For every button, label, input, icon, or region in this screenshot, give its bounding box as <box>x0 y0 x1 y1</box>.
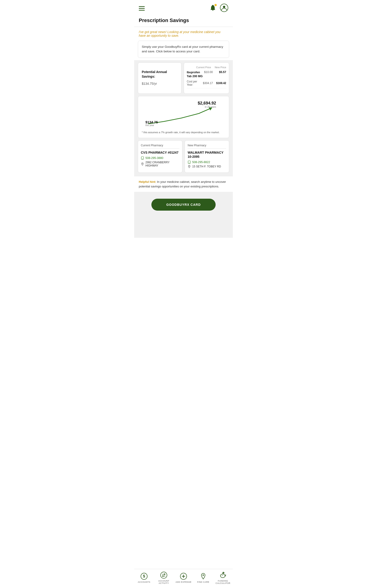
info-card-text: Simply use your GoodbuyRx card at your c… <box>142 44 225 54</box>
new-pharmacy-name: WALMART PHARMACY 10-2095 <box>188 150 226 159</box>
bottom-nav: $ ACCOUNTS ACCOUNT ACTIVITY ADD EXPENSE … <box>134 569 233 588</box>
location-icon <box>141 162 144 166</box>
nav-label-find-care: FIND CARE <box>197 581 209 583</box>
new-pharmacy-card: New Pharmacy WALMART PHARMACY 10-2095 50… <box>185 140 229 173</box>
nav-label-add-expense: ADD EXPENSE <box>175 581 192 583</box>
chart-amount-20-years: $2,694.92 <box>198 101 216 106</box>
location-icon-2 <box>188 165 191 168</box>
new-pharmacy-address: 15 SETH F. TOBEY RD <box>192 165 221 168</box>
nav-item-add-expense[interactable]: ADD EXPENSE <box>174 573 193 583</box>
svg-point-14 <box>222 575 223 576</box>
chart-disclaimer: * this assumes a 7% growth rate, it will… <box>142 131 225 134</box>
location-plus-icon <box>200 573 207 580</box>
current-pharmacy-address-row: 2992 CRANBERRY HIGHWAY <box>141 161 179 167</box>
new-pharmacy-type: New Pharmacy <box>188 144 226 149</box>
phone-icon-2 <box>188 161 191 164</box>
chart-label-20-years: $2,694.92 in 20 years <box>198 101 216 108</box>
potential-savings-label: Potential Annual Savings: <box>142 70 177 79</box>
col-new-price: New Price <box>215 66 226 69</box>
chart-area: $134.75 this year $2,694.92 in 20 years <box>142 101 225 128</box>
svg-point-8 <box>189 166 190 166</box>
drug-row: Ibuprofen Tab 200 MG $10.00 $5.57 Cost p… <box>187 70 226 88</box>
svg-text:$: $ <box>223 572 224 574</box>
svg-point-1 <box>223 6 225 8</box>
hint-label: Helpful hint: <box>139 180 156 183</box>
savings-banner-text: I've got great news! Looking at your med… <box>139 30 228 37</box>
pharmacy-row: Current Pharmacy CVS PHARMACY #01247 508… <box>138 140 229 173</box>
nav-label-funding-calculator: FUNDING CALCULATOR <box>213 580 233 584</box>
drug-table-headers: Current Price New Price <box>187 66 226 69</box>
current-pharmacy-phone[interactable]: 508-295-3880 <box>145 156 163 160</box>
chart-sub-this-year: this year <box>145 124 158 127</box>
profile-button[interactable] <box>220 4 228 13</box>
current-pharmacy-phone-row: 508-295-3880 <box>141 156 179 160</box>
hint-text: Helpful hint: In your medicine cabinet, … <box>139 180 228 189</box>
gray-area: GOODBUYRX CARD <box>134 192 233 238</box>
app-header <box>134 0 233 17</box>
new-pharmacy-phone-row: 508-295-8822 <box>188 161 226 164</box>
drug-prices: $10.00 $5.57 <box>203 70 226 74</box>
nav-label-accounts: ACCOUNTS <box>138 581 150 583</box>
page-title: Prescription Savings <box>134 17 233 27</box>
nav-item-funding-calculator[interactable]: $ FUNDING CALCULATOR <box>213 571 233 584</box>
notification-badge <box>214 3 217 7</box>
plus-circle-icon <box>180 573 187 580</box>
nav-item-find-care[interactable]: FIND CARE <box>193 573 213 583</box>
nav-item-accounts[interactable]: $ ACCOUNTS <box>134 573 154 583</box>
new-pharmacy-address-row: 15 SETH F. TOBEY RD <box>188 165 226 168</box>
cost-year-current: $304.17 <box>203 82 213 85</box>
svg-point-13 <box>220 574 225 578</box>
savings-row: Potential Annual Savings: $134.75/yr Cur… <box>138 62 229 94</box>
growth-chart-card: $134.75 this year $2,694.92 in 20 years … <box>138 96 229 138</box>
svg-point-11 <box>161 572 167 578</box>
notification-bell[interactable] <box>209 4 217 13</box>
header-icons <box>209 4 228 13</box>
drug-current-price: $10.00 <box>203 70 213 74</box>
info-card: Simply use your GoodbuyRx card at your c… <box>138 41 229 58</box>
hamburger-menu[interactable] <box>139 6 145 10</box>
new-pharmacy-phone[interactable]: 508-295-8822 <box>192 161 210 164</box>
transfer-icon <box>160 571 167 579</box>
current-pharmacy-name: CVS PHARMACY #01247 <box>141 150 179 155</box>
goodbuyrx-card-button[interactable]: GOODBUYRX CARD <box>151 199 216 211</box>
cost-year-new: $169.42 <box>216 82 226 85</box>
drug-new-price: $5.57 <box>216 70 226 74</box>
potential-savings-amount: $134.75/yr <box>142 80 157 86</box>
dollar-icon: $ <box>140 573 148 580</box>
col-current-price: Current Price <box>196 66 211 69</box>
piggy-bank-icon: $ <box>219 571 227 579</box>
svg-text:$: $ <box>143 574 145 578</box>
cost-year-row: Cost per Year: $304.17 $169.42 <box>187 80 226 86</box>
content-area: Potential Annual Savings: $134.75/yr Cur… <box>134 60 233 177</box>
nav-label-account-activity: ACCOUNT ACTIVITY <box>154 580 174 584</box>
potential-savings-card: Potential Annual Savings: $134.75/yr <box>138 62 181 94</box>
cost-year-label: Cost per Year: <box>187 80 203 86</box>
current-pharmacy-type: Current Pharmacy <box>141 144 179 149</box>
nav-item-account-activity[interactable]: ACCOUNT ACTIVITY <box>154 571 174 584</box>
current-pharmacy-card: Current Pharmacy CVS PHARMACY #01247 508… <box>138 140 182 173</box>
chart-sub-20-years: in 20 years <box>198 106 216 108</box>
hint-section: Helpful hint: In your medicine cabinet, … <box>134 176 233 192</box>
drug-name: Ibuprofen Tab 200 MG <box>187 70 203 78</box>
potential-savings-period: /yr <box>153 82 157 86</box>
chart-label-this-year: $134.75 this year <box>145 120 158 127</box>
savings-banner: I've got great news! Looking at your med… <box>134 27 233 41</box>
phone-icon <box>141 156 144 160</box>
current-pharmacy-address: 2992 CRANBERRY HIGHWAY <box>145 161 179 167</box>
drug-pricing-card: Current Price New Price Ibuprofen Tab 20… <box>184 62 229 94</box>
drug-row-main: Ibuprofen Tab 200 MG $10.00 $5.57 <box>187 70 226 78</box>
cost-year-prices: $304.17 $169.42 <box>203 82 226 85</box>
chart-amount-this-year: $134.75 <box>145 120 158 124</box>
svg-point-5 <box>142 163 143 164</box>
